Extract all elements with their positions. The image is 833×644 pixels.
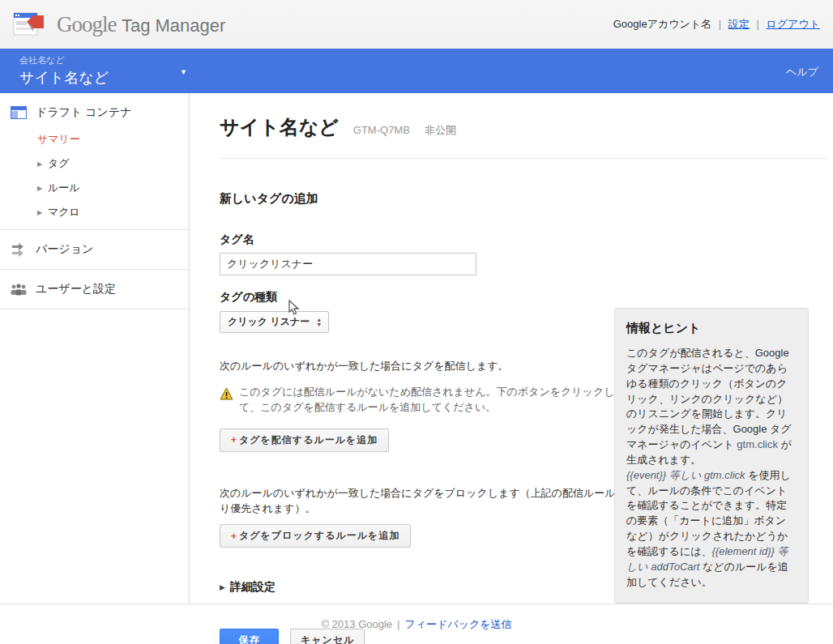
separator: |: [719, 18, 721, 30]
warning-message: このタグには配信ルールがないため配信されません。下のボタンをクリックして、このタ…: [220, 385, 629, 416]
sidebar-item-label: ドラフト コンテナ: [36, 105, 132, 120]
versions-icon: [10, 242, 28, 257]
info-code: gtm.click: [737, 438, 778, 450]
blocking-rules-intro: 次のルールのいずれかが一致した場合にタグをブロックします（上記の配信ルールより優…: [220, 486, 629, 517]
firing-rules-intro: 次のルールのいずれかが一致した場合にタグを配信します。: [220, 359, 633, 373]
divider: [220, 158, 827, 159]
page-title: サイト名など: [220, 114, 339, 140]
container-dropdown-icon[interactable]: ▼: [180, 68, 187, 76]
plus-icon: +: [231, 531, 237, 542]
sidebar: ドラフト コンテナ サマリー ▶ タグ ▶ ルール ▶ マクロ: [0, 93, 190, 603]
account-name: Googleアカウント名: [613, 18, 711, 30]
info-rule-example: {{event}} 等しい gtm.click: [626, 469, 745, 481]
add-blocking-rule-button[interactable]: + タグをブロックするルールを追加: [220, 524, 411, 548]
add-blocking-rule-label: タグをブロックするルールを追加: [239, 529, 399, 543]
top-header: Google Tag Manager Googleアカウント名 | 設定 | ロ…: [0, 0, 833, 49]
users-settings-label: ユーザーと設定: [36, 282, 116, 296]
info-text: このタグが配信されると、Google タグマネージャはページでのあらゆる種類のク…: [626, 347, 792, 450]
sidebar-item-summary[interactable]: サマリー: [37, 127, 189, 151]
tag-type-label: タグの種類: [220, 290, 827, 305]
body: ドラフト コンテナ サマリー ▶ タグ ▶ ルール ▶ マクロ: [0, 93, 833, 603]
add-firing-rule-label: タグを配信するルールを追加: [239, 433, 378, 447]
tag-type-select[interactable]: クリック リスナー ▲ ▼: [220, 311, 329, 333]
copyright: © 2013 Google: [321, 618, 392, 630]
summary-label: サマリー: [37, 132, 80, 147]
account-links: Googleアカウント名 | 設定 | ログアウト: [613, 17, 820, 32]
gtm-logo[interactable]: Google Tag Manager: [13, 11, 225, 37]
container-icon: [10, 106, 28, 119]
tag-name-label: タグ名: [220, 232, 827, 247]
product-name: Tag Manager: [122, 15, 225, 36]
new-tag-heading: 新しいタグの追加: [220, 191, 827, 207]
sidebar-item-users-settings[interactable]: ユーザーと設定: [0, 275, 189, 304]
divider: [0, 229, 189, 230]
macros-label: マクロ: [48, 205, 80, 220]
add-firing-rule-button[interactable]: + タグを配信するルールを追加: [220, 429, 389, 452]
feedback-link[interactable]: フィードバックを送信: [404, 617, 511, 632]
users-icon: [10, 283, 28, 296]
footer: © 2013 Google | フィードバックを送信: [0, 603, 833, 644]
info-panel: 情報とヒント このタグが配信されると、Google タグマネージャはページでのあ…: [614, 308, 809, 603]
tags-label: タグ: [48, 156, 70, 171]
plus-icon: +: [231, 434, 237, 446]
separator: |: [397, 618, 399, 630]
separator: |: [756, 18, 758, 30]
google-logo-text: Google: [57, 12, 116, 36]
expand-icon: ▶: [37, 160, 44, 168]
gtm-page: Google Tag Manager Googleアカウント名 | 設定 | ロ…: [0, 0, 833, 644]
info-panel-title: 情報とヒント: [626, 321, 797, 336]
container-switcher[interactable]: 会社名など サイト名など: [19, 54, 109, 87]
sidebar-item-rules[interactable]: ▶ ルール: [37, 176, 189, 200]
sidebar-item-tags[interactable]: ▶ タグ: [37, 151, 189, 176]
settings-link[interactable]: 設定: [728, 18, 750, 30]
tag-name-input[interactable]: [220, 253, 476, 275]
advanced-settings-label: 詳細設定: [230, 580, 276, 595]
page-title-row: サイト名など GTM-Q7MB 非公開: [220, 114, 827, 140]
info-panel-body: このタグが配信されると、Google タグマネージャはページでのあらゆる種類のク…: [626, 346, 797, 591]
help-link[interactable]: ヘルプ: [786, 65, 818, 79]
warning-icon: [220, 385, 239, 416]
container-id: GTM-Q7MB: [353, 124, 410, 136]
tag-manager-icon: [13, 11, 45, 37]
expand-icon: ▶: [37, 209, 44, 216]
sidebar-item-draft-container[interactable]: ドラフト コンテナ: [0, 98, 189, 127]
container-name: サイト名など: [19, 68, 109, 87]
expand-icon: ▶: [220, 583, 226, 591]
rules-label: ルール: [48, 181, 80, 195]
warning-text: このタグには配信ルールがないため配信されません。下のボタンをクリックして、このタ…: [239, 385, 629, 416]
tag-type-value: クリック リスナー: [228, 315, 310, 329]
company-name: 会社名など: [19, 54, 109, 66]
sidebar-item-macros[interactable]: ▶ マクロ: [37, 200, 189, 224]
sidebar-item-versions[interactable]: バージョン: [0, 235, 189, 264]
divider: [0, 309, 189, 309]
versions-label: バージョン: [36, 242, 93, 257]
info-text: を使用して、ルールの条件でこのイベントを確認することができます。特定の要素（「カ…: [626, 469, 791, 557]
expand-icon: ▶: [37, 185, 44, 192]
divider: [0, 269, 189, 270]
select-spinner-icon: ▲ ▼: [316, 318, 322, 327]
status-badge: 非公開: [425, 123, 456, 138]
container-tree: サマリー ▶ タグ ▶ ルール ▶ マクロ: [0, 127, 189, 224]
account-bar: 会社名など サイト名など ▼ ヘルプ: [0, 49, 833, 93]
logout-link[interactable]: ログアウト: [766, 18, 820, 30]
